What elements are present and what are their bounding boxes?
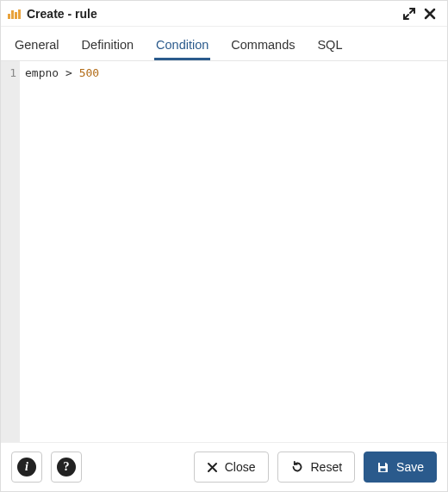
save-icon: [376, 461, 389, 474]
close-icon[interactable]: [420, 3, 440, 24]
tab-commands[interactable]: Commands: [229, 38, 296, 60]
reset-button-label: Reset: [311, 460, 343, 474]
save-button[interactable]: Save: [364, 452, 437, 483]
svg-rect-0: [380, 463, 385, 466]
footer: i ? Close Reset Save: [1, 443, 447, 491]
reset-icon: [290, 460, 304, 474]
token-identifier: empno: [25, 66, 59, 79]
reset-button[interactable]: Reset: [277, 452, 356, 483]
titlebar: Create - rule: [1, 1, 447, 27]
help-icon: ?: [57, 458, 76, 476]
svg-rect-1: [381, 468, 386, 471]
token-operator: >: [65, 66, 72, 79]
tab-general[interactable]: General: [13, 38, 61, 60]
token-number: 500: [79, 66, 99, 79]
code-content[interactable]: empno > 500: [20, 61, 447, 442]
x-icon: [207, 462, 218, 473]
code-editor[interactable]: 1 empno > 500: [1, 61, 447, 443]
close-button-label: Close: [225, 460, 256, 474]
info-button[interactable]: i: [11, 452, 42, 483]
save-button-label: Save: [396, 460, 424, 474]
close-button[interactable]: Close: [194, 452, 269, 483]
expand-icon[interactable]: [399, 3, 420, 24]
tab-definition[interactable]: Definition: [80, 38, 135, 60]
tab-sql[interactable]: SQL: [315, 38, 344, 60]
tab-condition[interactable]: Condition: [154, 38, 210, 60]
window-title: Create - rule: [27, 7, 97, 21]
line-number: 1: [1, 66, 16, 79]
help-button[interactable]: ?: [51, 452, 82, 483]
create-rule-dialog: Create - rule General Definition Conditi…: [0, 0, 448, 492]
info-icon: i: [17, 458, 36, 476]
tab-bar: General Definition Condition Commands SQ…: [1, 27, 447, 61]
rule-icon: [8, 9, 22, 19]
line-gutter: 1: [1, 61, 20, 442]
